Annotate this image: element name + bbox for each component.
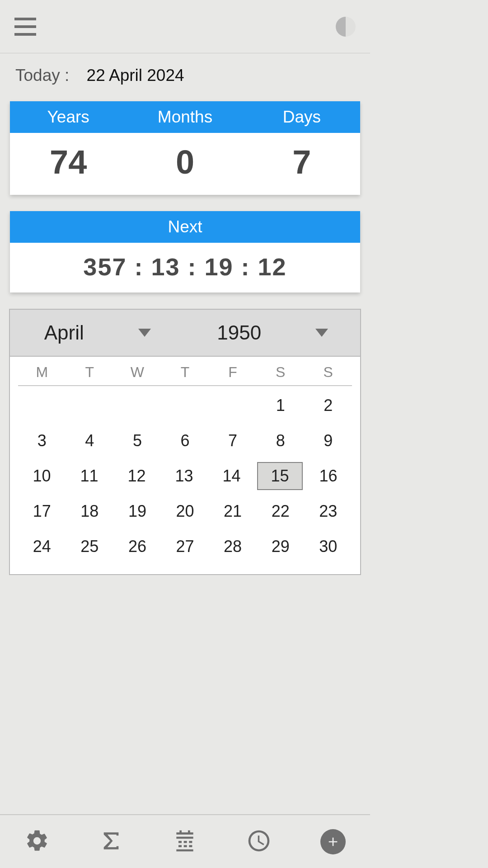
day-cell[interactable]: 27 <box>163 533 207 561</box>
month-select[interactable]: April <box>10 310 185 356</box>
chevron-down-icon <box>138 329 151 337</box>
day-cell: - <box>68 392 112 420</box>
month-select-value: April <box>44 321 84 344</box>
chevron-down-icon <box>315 329 328 337</box>
day-cell[interactable]: 25 <box>68 533 112 561</box>
day-cell[interactable]: 18 <box>68 497 112 525</box>
week-row: 10111213141516 <box>18 460 352 492</box>
day-cell[interactable]: 7 <box>211 427 255 455</box>
days-header: Days <box>244 108 360 127</box>
next-card-header: Next <box>10 211 360 243</box>
week-row: 24252627282930 <box>18 531 352 562</box>
countdown-value: 357 : 13 : 19 : 12 <box>10 243 360 292</box>
today-line: Today : 22 April 2024 <box>0 53 370 93</box>
age-card-header: Years Months Days <box>10 101 360 133</box>
dow-header: M <box>18 364 66 381</box>
day-cell[interactable]: 5 <box>115 427 160 455</box>
day-cell[interactable]: 21 <box>211 497 255 525</box>
day-cell[interactable]: 10 <box>20 462 64 490</box>
day-cell: - <box>211 392 255 420</box>
year-select-value: 1950 <box>217 321 261 344</box>
day-cell[interactable]: 13 <box>162 462 206 490</box>
day-cell[interactable]: 22 <box>258 497 303 525</box>
day-cell[interactable]: 14 <box>210 462 253 490</box>
dow-header: T <box>161 364 209 381</box>
day-cell[interactable]: 11 <box>67 462 111 490</box>
calendar: April 1950 MTWTFSS -----1234567891011121… <box>9 309 361 575</box>
day-cell[interactable]: 3 <box>20 427 64 455</box>
day-cell[interactable]: 1 <box>258 392 303 420</box>
day-cell[interactable]: 30 <box>306 533 350 561</box>
dow-header: W <box>113 364 161 381</box>
day-cell[interactable]: 16 <box>306 462 350 490</box>
day-cell[interactable]: 15 <box>257 462 303 490</box>
years-value: 74 <box>10 133 127 195</box>
day-cell[interactable]: 19 <box>115 497 160 525</box>
day-cell[interactable]: 28 <box>211 533 255 561</box>
today-label: Today : <box>15 66 69 85</box>
years-header: Years <box>10 108 127 127</box>
day-cell[interactable]: 4 <box>68 427 112 455</box>
day-cell[interactable]: 20 <box>163 497 207 525</box>
days-value: 7 <box>244 133 360 195</box>
dow-header: S <box>257 364 305 381</box>
day-cell: - <box>115 392 160 420</box>
next-card: Next 357 : 13 : 19 : 12 <box>10 211 360 292</box>
months-header: Months <box>127 108 243 127</box>
today-date: 22 April 2024 <box>87 66 184 85</box>
menu-icon[interactable] <box>14 18 36 36</box>
day-cell[interactable]: 8 <box>258 427 303 455</box>
dow-header: S <box>304 364 352 381</box>
day-cell: - <box>20 392 64 420</box>
day-cell[interactable]: 2 <box>306 392 350 420</box>
day-cell[interactable]: 6 <box>163 427 207 455</box>
week-row: 3456789 <box>18 425 352 457</box>
week-row: 17181920212223 <box>18 495 352 527</box>
months-value: 0 <box>127 133 243 195</box>
dow-header: T <box>66 364 114 381</box>
day-cell[interactable]: 24 <box>20 533 64 561</box>
topbar <box>0 0 370 53</box>
day-cell[interactable]: 23 <box>306 497 350 525</box>
day-cell[interactable]: 26 <box>115 533 160 561</box>
day-cell[interactable]: 29 <box>258 533 303 561</box>
day-cell[interactable]: 12 <box>115 462 159 490</box>
day-cell[interactable]: 9 <box>306 427 350 455</box>
dow-header: F <box>209 364 257 381</box>
year-select[interactable]: 1950 <box>185 310 361 356</box>
week-row: -----12 <box>18 390 352 421</box>
day-cell: - <box>163 392 207 420</box>
day-cell[interactable]: 17 <box>20 497 64 525</box>
dow-row: MTWTFSS <box>18 364 352 386</box>
age-card-body: 74 0 7 <box>10 133 360 195</box>
age-card: Years Months Days 74 0 7 <box>10 101 360 195</box>
theme-toggle-icon[interactable] <box>336 17 356 37</box>
